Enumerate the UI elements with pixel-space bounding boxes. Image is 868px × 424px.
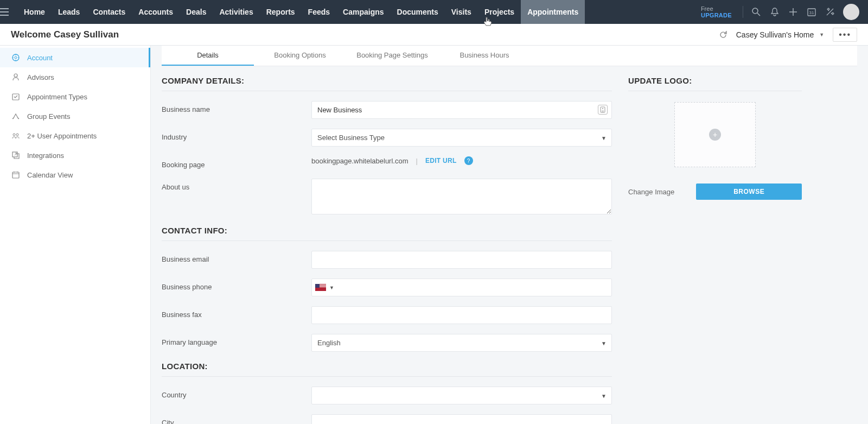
select-industry[interactable]: Select Business Type <box>311 129 612 147</box>
tab-booking-page-settings[interactable]: Booking Page Settings <box>346 46 438 66</box>
input-city[interactable] <box>311 414 612 424</box>
section-logo-title: UPDATE LOGO: <box>628 76 802 91</box>
sidebar-item-label: Calendar View <box>27 171 73 179</box>
sidebar-item-integrations[interactable]: Integrations <box>0 145 150 165</box>
welcome-text: Welcome Casey Sullivan <box>11 29 119 40</box>
nav-item-appointments[interactable]: Appointments <box>521 0 585 24</box>
label-business-phone: Business phone <box>162 279 311 291</box>
booking-page-url: bookingpage.whitelabelurl.com <box>311 157 409 165</box>
calendar-day-icon[interactable]: 31 <box>806 7 817 17</box>
svg-rect-11 <box>601 107 605 112</box>
upgrade-link[interactable]: UPGRADE <box>701 12 732 18</box>
chevron-down-icon: ▼ <box>819 32 824 37</box>
nav-item-visits[interactable]: Visits <box>445 0 478 24</box>
integ-icon <box>11 151 21 160</box>
nav-item-feeds[interactable]: Feeds <box>302 0 336 24</box>
country-flag-selector[interactable]: ▼ <box>315 284 334 291</box>
sidebar-item-label: Integrations <box>27 151 64 160</box>
select-primary-language[interactable]: English <box>311 334 612 352</box>
input-business-name[interactable] <box>311 101 612 119</box>
sidebar-item-label: Account <box>27 54 53 62</box>
nav-item-documents[interactable]: Documents <box>391 0 445 24</box>
label-country: Country <box>162 387 311 399</box>
plus-circle-icon: + <box>709 129 721 141</box>
svg-point-5 <box>14 74 17 77</box>
top-nav: HomeLeadsContactsAccountsDealsActivities… <box>0 0 868 24</box>
cal-icon <box>11 170 21 179</box>
plan-badge: Free UPGRADE <box>701 5 735 18</box>
chevron-down-icon: ▼ <box>329 285 334 290</box>
nav-item-campaigns[interactable]: Campaigns <box>336 0 390 24</box>
tab-details[interactable]: Details <box>162 46 254 66</box>
nav-item-reports[interactable]: Reports <box>260 0 302 24</box>
sidebar-item-label: Group Events <box>27 112 71 121</box>
refresh-icon[interactable] <box>719 30 727 39</box>
separator: | <box>416 157 418 165</box>
sidebar-item-appointment-types[interactable]: Appointment Types <box>0 87 150 106</box>
plus-icon[interactable] <box>788 7 799 17</box>
nav-item-contacts[interactable]: Contacts <box>86 0 132 24</box>
select-country[interactable] <box>311 387 612 404</box>
sidebar-item-group-events[interactable]: Group Events <box>0 106 150 126</box>
advisor-icon <box>11 73 21 81</box>
nav-right: Free UPGRADE 31 <box>701 4 868 20</box>
svg-rect-10 <box>12 172 19 178</box>
tabs-bar: DetailsBooking OptionsBooking Page Setti… <box>162 46 857 66</box>
section-contact-title: CONTACT INFO: <box>162 226 612 241</box>
label-business-email: Business email <box>162 251 311 263</box>
sidebar-item-label: Advisors <box>27 73 54 81</box>
nav-item-leads[interactable]: Leads <box>52 0 86 24</box>
contact-card-icon[interactable] <box>598 105 608 115</box>
sidebar-item-account[interactable]: Account <box>0 48 150 67</box>
label-business-name: Business name <box>162 101 311 113</box>
sidebar-item-advisors[interactable]: Advisors <box>0 67 150 87</box>
change-image-label: Change Image <box>628 188 674 196</box>
svg-point-4 <box>15 56 17 59</box>
section-company-title: COMPANY DETAILS: <box>162 76 612 91</box>
browse-button[interactable]: BROWSE <box>696 183 802 200</box>
sidebar: AccountAdvisorsAppointment TypesGroup Ev… <box>0 46 151 424</box>
sidebar-item-calendar-view[interactable]: Calendar View <box>0 165 150 185</box>
main-content: DetailsBooking OptionsBooking Page Setti… <box>151 46 868 424</box>
account-icon <box>11 53 21 62</box>
input-business-phone[interactable] <box>334 282 608 293</box>
sidebar-item-label: Appointment Types <box>27 93 87 101</box>
svg-point-0 <box>752 8 758 14</box>
nav-item-accounts[interactable]: Accounts <box>132 0 180 24</box>
logo-upload-area[interactable]: + <box>674 102 756 167</box>
textarea-about-us[interactable] <box>311 179 612 214</box>
nav-item-home[interactable]: Home <box>17 0 52 24</box>
separator <box>743 6 743 18</box>
nav-item-deals[interactable]: Deals <box>180 0 213 24</box>
tab-booking-options[interactable]: Booking Options <box>254 46 346 66</box>
svg-point-8 <box>16 134 18 136</box>
search-icon[interactable] <box>751 7 762 17</box>
svg-text:31: 31 <box>809 10 814 15</box>
help-icon[interactable]: ? <box>464 156 473 165</box>
hamburger-icon[interactable] <box>0 8 17 16</box>
label-business-fax: Business fax <box>162 306 311 319</box>
label-city: City <box>162 414 311 424</box>
svg-point-7 <box>13 134 15 136</box>
edit-url-link[interactable]: EDIT URL <box>425 157 457 164</box>
label-about-us: About us <box>162 179 311 191</box>
layout: AccountAdvisorsAppointment TypesGroup Ev… <box>0 46 868 424</box>
label-primary-language: Primary language <box>162 334 311 346</box>
label-industry: Industry <box>162 129 311 141</box>
bell-icon[interactable] <box>769 7 780 17</box>
nav-item-activities[interactable]: Activities <box>213 0 259 24</box>
tab-business-hours[interactable]: Business Hours <box>438 46 531 66</box>
sidebar-item-label: 2+ User Appointments <box>27 132 97 140</box>
subheader: Welcome Casey Sullivan Casey Sullivan's … <box>0 24 868 46</box>
user-avatar[interactable] <box>843 4 859 20</box>
more-button[interactable]: ••• <box>833 28 857 42</box>
tools-icon[interactable] <box>825 7 835 17</box>
group-icon <box>11 112 21 121</box>
label-booking-page: Booking page <box>162 156 311 169</box>
nav-item-projects[interactable]: Projects <box>478 0 521 24</box>
home-selector-label: Casey Sullivan's Home <box>736 30 814 39</box>
home-selector[interactable]: Casey Sullivan's Home ▼ <box>736 30 824 39</box>
input-business-email[interactable] <box>311 251 612 269</box>
input-business-fax[interactable] <box>311 306 612 324</box>
sidebar-item-2-user-appointments[interactable]: 2+ User Appointments <box>0 126 150 145</box>
